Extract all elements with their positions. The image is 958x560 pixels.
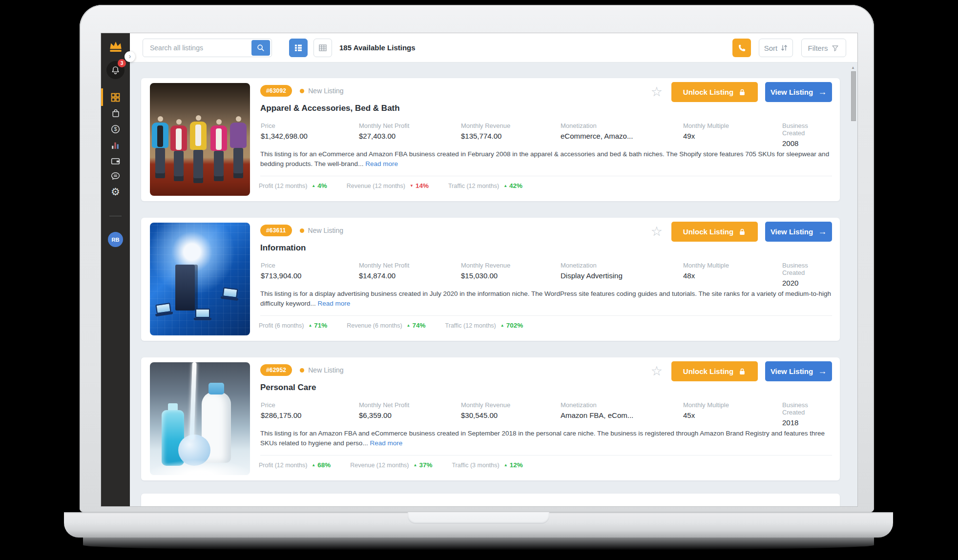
metric-label: Revenue (12 months)	[350, 462, 409, 469]
sidebar-item-dashboard[interactable]	[101, 89, 130, 105]
metric-label: Traffic (3 months)	[452, 462, 499, 469]
trend-up-icon	[312, 463, 315, 467]
unlock-listing-button[interactable]: Unlock Listing	[671, 82, 758, 102]
crown-logo-icon[interactable]	[108, 40, 123, 53]
search-button[interactable]	[251, 40, 270, 56]
sidebar-item-analytics[interactable]	[101, 137, 130, 153]
sidebar-item-marketplace[interactable]	[101, 105, 130, 121]
stat-label: Monthly Net Profit	[359, 401, 409, 409]
sidebar-item-settings[interactable]: ⚙	[101, 184, 130, 199]
sort-button[interactable]: Sort	[759, 39, 793, 57]
stat-value-price: $1,342,698.00	[261, 132, 308, 140]
available-listings-count: 185 Available Listings	[339, 33, 416, 62]
trend-up-icon	[312, 184, 315, 188]
arrow-right-icon: →	[818, 227, 827, 237]
contact-phone-button[interactable]	[732, 39, 751, 57]
sidebar-item-payments[interactable]: $	[101, 121, 130, 137]
stat-label: Monthly Revenue	[461, 122, 510, 129]
trend-up-icon	[308, 323, 312, 328]
arrow-right-icon: →	[818, 87, 827, 97]
trend-down-icon	[410, 184, 414, 188]
dashboard-grid-icon	[110, 92, 121, 103]
listing-photo-apparel	[150, 83, 250, 196]
scrollbar-thumb[interactable]	[851, 71, 856, 121]
stat-value-revenue: $135,774.00	[461, 132, 510, 140]
read-more-link[interactable]: Read more	[318, 300, 351, 307]
stat-label: Monthly Revenue	[461, 262, 510, 269]
status-dot	[300, 228, 304, 233]
stat-value-net-profit: $6,359.00	[359, 411, 409, 419]
stat-value-created: 2020	[782, 279, 832, 287]
sort-label: Sort	[764, 44, 778, 52]
sidebar: 3 $	[101, 33, 130, 506]
gear-icon: ⚙	[111, 187, 120, 197]
sidebar-expand-button[interactable]: ›	[125, 51, 135, 62]
lock-icon	[738, 368, 746, 375]
search-icon	[256, 43, 265, 52]
table-view-toggle[interactable]	[313, 39, 332, 57]
listing-card: #63611 New Listing Information Price$713…	[141, 218, 840, 341]
metric-value: 68%	[317, 461, 331, 469]
metric-value: 4%	[317, 182, 327, 189]
listing-title: Personal Care	[260, 383, 316, 393]
unlock-listing-button[interactable]: Unlock Listing	[671, 222, 758, 242]
stat-label: Business Created	[782, 122, 832, 137]
metric-value: 74%	[413, 322, 426, 329]
read-more-link[interactable]: Read more	[365, 160, 398, 167]
unlock-listing-button[interactable]: Unlock Listing	[671, 361, 758, 381]
stat-label: Monthly Revenue	[461, 401, 510, 409]
view-listing-button[interactable]: View Listing →	[765, 222, 832, 242]
user-avatar[interactable]: RB	[108, 232, 123, 247]
scroll-up-arrow[interactable]: ▲	[851, 65, 855, 70]
table-icon	[318, 43, 328, 53]
stat-label: Monetization	[561, 262, 623, 269]
sidebar-item-messages[interactable]	[101, 168, 130, 184]
read-more-link[interactable]: Read more	[370, 439, 402, 447]
status-label: New Listing	[308, 87, 343, 95]
view-listing-button[interactable]: View Listing →	[765, 82, 832, 102]
dollar-circle-icon: $	[110, 124, 121, 134]
favorite-star-icon[interactable]: ☆	[651, 365, 663, 378]
favorite-star-icon[interactable]: ☆	[651, 225, 663, 238]
stat-label: Business Created	[782, 401, 832, 416]
stat-label: Monetization	[561, 401, 633, 409]
sidebar-item-wallet[interactable]	[101, 153, 130, 168]
listing-card-partial	[141, 494, 840, 506]
stat-label: Business Created	[782, 262, 832, 276]
card-divider	[260, 455, 832, 456]
view-listing-button[interactable]: View Listing →	[765, 361, 832, 381]
listing-id-badge: #62952	[260, 364, 292, 376]
laptop-shadow	[83, 538, 874, 550]
listing-card: #62952 New Listing Personal Care Price$2…	[141, 357, 840, 480]
notification-count-badge: 3	[118, 59, 126, 67]
listing-id-badge: #63092	[260, 85, 292, 97]
stat-label: Monthly Net Profit	[359, 122, 409, 129]
metric-label: Revenue (12 months)	[347, 183, 405, 189]
listing-description: This listing is for an eCommerce and Ama…	[260, 150, 829, 167]
lock-icon	[738, 88, 746, 96]
notifications-bell-button[interactable]: 3	[106, 61, 125, 79]
phone-icon	[737, 43, 747, 53]
search-input[interactable]	[143, 44, 251, 52]
stat-value-price: $713,904.00	[261, 271, 301, 280]
filters-button[interactable]: Filters	[801, 39, 846, 57]
bell-icon	[111, 65, 120, 75]
listing-description: This listing is for an Amazon FBA and eC…	[260, 430, 825, 447]
stat-label: Price	[261, 122, 308, 129]
chat-bubble-icon	[110, 171, 121, 181]
stat-value-monetization: Amazon FBA, eCom...	[561, 411, 633, 419]
favorite-star-icon[interactable]: ☆	[651, 85, 663, 99]
stat-value-created: 2018	[782, 418, 832, 427]
stat-value-monetization: eCommerce, Amazo...	[561, 132, 633, 140]
sidebar-divider	[109, 216, 122, 216]
topbar: 185 Available Listings Sort Filters	[130, 33, 857, 62]
trend-up-icon	[504, 463, 508, 467]
sort-arrows-icon	[781, 44, 788, 52]
stat-label: Monthly Multiple	[683, 262, 729, 269]
stat-value-revenue: $15,030.00	[461, 271, 510, 280]
grid-view-toggle[interactable]	[289, 39, 308, 57]
metric-label: Revenue (6 months)	[347, 322, 402, 329]
card-divider	[260, 176, 832, 176]
list-grid-icon	[293, 43, 303, 53]
listing-id-badge: #63611	[260, 225, 292, 236]
